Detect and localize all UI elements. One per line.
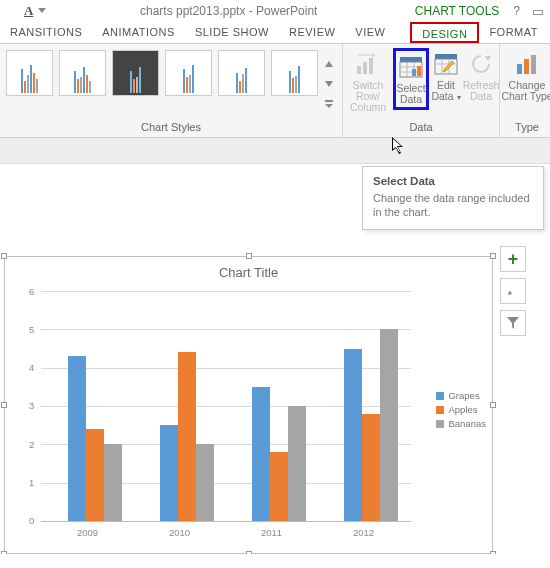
- y-tick: 4: [29, 362, 34, 373]
- font-color-icon[interactable]: A: [24, 3, 33, 19]
- svg-marker-27: [507, 317, 519, 329]
- svg-rect-24: [531, 55, 536, 74]
- contextual-tab-label: CHART TOOLS: [407, 4, 507, 18]
- bar[interactable]: [362, 414, 380, 521]
- bar-cluster[interactable]: [337, 329, 405, 521]
- bar[interactable]: [344, 349, 362, 522]
- chart-filters-button[interactable]: [500, 310, 526, 336]
- resize-handle[interactable]: [246, 253, 252, 259]
- chart-style-thumb[interactable]: [112, 50, 159, 96]
- resize-handle[interactable]: [1, 551, 7, 554]
- bar[interactable]: [68, 356, 86, 521]
- scroll-down-icon[interactable]: [324, 80, 334, 88]
- type-group: ChangeChart Type Type: [500, 44, 550, 137]
- x-tick: 2011: [261, 527, 282, 538]
- legend-item: Bananas: [436, 418, 486, 429]
- chart-title[interactable]: Chart Title: [5, 257, 492, 284]
- y-tick: 6: [29, 286, 34, 297]
- help-icon[interactable]: ?: [507, 4, 526, 18]
- refresh-data-button: RefreshData: [463, 48, 499, 104]
- change-chart-type-button[interactable]: ChangeChart Type: [500, 48, 550, 118]
- bar-cluster[interactable]: [153, 352, 221, 521]
- y-tick: 3: [29, 400, 34, 411]
- bar[interactable]: [270, 452, 288, 521]
- legend[interactable]: Grapes Apples Bananas: [436, 387, 486, 432]
- select-data-button[interactable]: SelectData: [393, 48, 429, 110]
- svg-rect-23: [524, 59, 529, 74]
- group-label-data: Data: [343, 118, 499, 137]
- window-title: charts ppt2013.pptx - PowerPoint: [0, 4, 407, 18]
- brush-icon: [505, 283, 521, 299]
- resize-handle[interactable]: [1, 253, 7, 259]
- chevron-down-icon[interactable]: [38, 8, 46, 14]
- svg-rect-17: [435, 59, 457, 74]
- legend-item: Apples: [436, 404, 486, 415]
- legend-item: Grapes: [436, 390, 486, 401]
- svg-rect-15: [417, 66, 421, 76]
- plot-area[interactable]: [41, 291, 411, 521]
- chart-style-thumb[interactable]: [165, 50, 212, 96]
- select-data-icon: [397, 53, 425, 81]
- tooltip-select-data: Select Data Change the data range includ…: [362, 166, 544, 230]
- edit-data-button[interactable]: EditData ▾: [429, 48, 463, 105]
- tab-format[interactable]: FORMAT: [479, 22, 550, 43]
- ribbon: Chart Styles Switch Row/Column SelectDat…: [0, 44, 550, 138]
- chart-style-thumb[interactable]: [271, 50, 318, 96]
- x-tick: 2012: [353, 527, 374, 538]
- slide-thumb-strip: [0, 138, 550, 164]
- svg-rect-3: [325, 100, 333, 102]
- svg-marker-1: [325, 61, 333, 67]
- resize-handle[interactable]: [246, 551, 252, 554]
- svg-rect-16: [435, 54, 457, 59]
- tab-design[interactable]: DESIGN: [410, 22, 479, 43]
- ribbon-tabs: RANSITIONS ANIMATIONS SLIDE SHOW REVIEW …: [0, 22, 550, 44]
- resize-handle[interactable]: [490, 551, 496, 554]
- svg-marker-21: [485, 56, 491, 61]
- bar[interactable]: [380, 329, 398, 521]
- bar[interactable]: [86, 429, 104, 521]
- tooltip-title: Select Data: [373, 175, 533, 187]
- chart-style-thumb[interactable]: [6, 50, 53, 96]
- resize-handle[interactable]: [490, 253, 496, 259]
- chart-style-thumb[interactable]: [218, 50, 265, 96]
- ribbon-options-icon[interactable]: ▭: [526, 4, 550, 19]
- chart-elements-button[interactable]: +: [500, 246, 526, 272]
- tooltip-body: Change the data range included in the ch…: [373, 191, 533, 219]
- scroll-up-icon[interactable]: [324, 60, 334, 68]
- funnel-icon: [506, 316, 520, 330]
- bar[interactable]: [288, 406, 306, 521]
- y-tick: 2: [29, 439, 34, 450]
- data-group: Switch Row/Column SelectData EditData ▾ …: [343, 44, 500, 137]
- chart-styles-group: Chart Styles: [0, 44, 343, 137]
- switch-icon: [354, 50, 382, 78]
- title-bar: A charts ppt2013.pptx - PowerPoint CHART…: [0, 0, 550, 22]
- tab-transitions[interactable]: RANSITIONS: [0, 22, 92, 43]
- gallery-more-icon[interactable]: [324, 100, 334, 108]
- tab-view[interactable]: VIEW: [345, 22, 395, 43]
- svg-marker-4: [325, 104, 333, 108]
- svg-rect-5: [357, 66, 361, 74]
- bar[interactable]: [160, 425, 178, 521]
- chart-styles-button[interactable]: [500, 278, 526, 304]
- chart-style-thumb[interactable]: [59, 50, 106, 96]
- chart-object[interactable]: Chart Title 0 1 2 3 4 5 6 2009 2010 2011…: [4, 256, 493, 554]
- x-tick: 2010: [169, 527, 190, 538]
- tab-animations[interactable]: ANIMATIONS: [92, 22, 185, 43]
- bar[interactable]: [104, 444, 122, 521]
- chart-side-buttons: +: [500, 246, 526, 336]
- svg-rect-14: [412, 69, 416, 76]
- resize-handle[interactable]: [1, 402, 7, 408]
- change-chart-type-icon: [513, 50, 541, 78]
- y-tick: 5: [29, 324, 34, 335]
- tab-slideshow[interactable]: SLIDE SHOW: [185, 22, 279, 43]
- tab-review[interactable]: REVIEW: [279, 22, 345, 43]
- resize-handle[interactable]: [490, 402, 496, 408]
- bar[interactable]: [252, 387, 270, 521]
- edit-data-icon: [432, 50, 460, 78]
- bar[interactable]: [196, 444, 214, 521]
- svg-rect-8: [400, 57, 422, 62]
- group-label-type: Type: [500, 118, 550, 137]
- bar-cluster[interactable]: [245, 387, 313, 521]
- bar[interactable]: [178, 352, 196, 521]
- bar-cluster[interactable]: [61, 356, 129, 521]
